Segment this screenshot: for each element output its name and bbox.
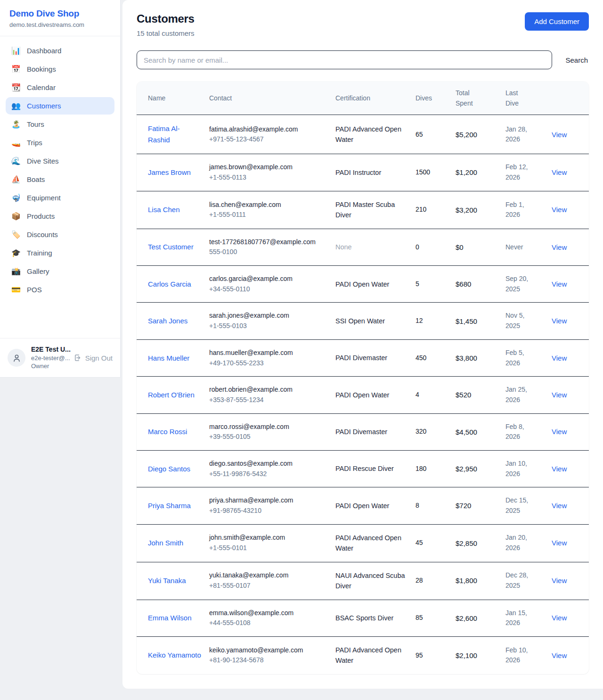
table-header: NameContactCertificationDivesTotal Spent… [137, 82, 589, 115]
view-customer-link[interactable]: View [552, 502, 567, 510]
sidebar-item-dashboard[interactable]: 📊 Dashboard [6, 42, 114, 59]
customer-email: sarah.jones@example.com [209, 311, 328, 321]
customer-email: keiko.yamamoto@example.com [209, 645, 328, 656]
dive-sites-icon: 🌊 [11, 157, 21, 165]
customer-last-dive: Never [505, 242, 523, 253]
table-row: Keiko Yamamoto keiko.yamamoto@example.co… [137, 636, 589, 674]
sidebar-item-label: Equipment [27, 194, 61, 202]
customer-dives: 95 [412, 636, 452, 674]
sidebar-item-calendar[interactable]: 📆 Calendar [6, 79, 114, 96]
sidebar-item-bookings[interactable]: 📅 Bookings [6, 60, 114, 78]
customer-certification: NAUI Advanced Scuba Diver [332, 562, 412, 600]
customer-last-dive: Sep 20, 2025 [505, 274, 538, 294]
view-customer-link[interactable]: View [552, 614, 567, 622]
customer-name-link[interactable]: Test Customer [148, 241, 194, 253]
sidebar-item-boats[interactable]: ⛵ Boats [6, 171, 114, 188]
view-customer-link[interactable]: View [552, 651, 567, 659]
table-row: Priya Sharma priya.sharma@example.com +9… [137, 487, 589, 524]
customer-dives: 1500 [412, 154, 452, 191]
customer-total-spent: $2,100 [452, 636, 502, 674]
view-customer-link[interactable]: View [552, 428, 567, 436]
customer-name-link[interactable]: Diego Santos [148, 463, 190, 475]
customer-dives: 85 [412, 600, 452, 636]
table-row: Hans Mueller hans.mueller@example.com +4… [137, 339, 589, 376]
sidebar-item-products[interactable]: 📦 Products [6, 207, 114, 225]
view-customer-link[interactable]: View [552, 354, 567, 362]
customer-last-dive: Feb 5, 2026 [505, 348, 538, 368]
search-button[interactable]: Search [564, 53, 589, 67]
view-customer-link[interactable]: View [552, 168, 567, 176]
sidebar-item-discounts[interactable]: 🏷️ Discounts [6, 226, 114, 243]
view-customer-link[interactable]: View [552, 539, 567, 547]
main-content: Customers 15 total customers Add Custome… [122, 0, 603, 689]
user-meta: E2E Test U... e2e-tester@... Owner [31, 345, 68, 371]
sidebar-item-label: Dashboard [27, 47, 61, 55]
table-row: Yuki Tanaka yuki.tanaka@example.com +81-… [137, 562, 589, 600]
customer-certification: PADI Advanced Open Water [332, 524, 412, 562]
user-icon [12, 354, 21, 362]
customer-name-link[interactable]: Keiko Yamamoto [148, 650, 201, 661]
calendar-icon: 📆 [11, 84, 21, 91]
customer-phone: +81-555-0107 [209, 581, 328, 591]
customer-phone: +81-90-1234-5678 [209, 655, 328, 666]
customer-name-link[interactable]: Marco Rossi [148, 426, 187, 437]
customer-name-link[interactable]: Robert O'Brien [148, 389, 195, 401]
sidebar-item-label: Tours [27, 120, 44, 128]
view-customer-link[interactable]: View [552, 465, 567, 473]
view-customer-link[interactable]: View [552, 391, 567, 399]
customer-last-dive: Jan 28, 2026 [505, 124, 538, 145]
table-row: Carlos Garcia carlos.garcia@example.com … [137, 266, 589, 303]
customer-phone: +1-555-0113 [209, 173, 328, 183]
customer-total-spent: $0 [452, 229, 502, 265]
sidebar-item-customers[interactable]: 👥 Customers [6, 97, 114, 115]
page-header: Customers 15 total customers Add Custome… [137, 12, 589, 37]
customer-name-link[interactable]: Lisa Chen [148, 204, 180, 215]
customer-dives: 0 [412, 229, 452, 265]
customer-phone: +1-555-0101 [209, 543, 328, 553]
customer-email: carlos.garcia@example.com [209, 274, 328, 284]
customer-name-link[interactable]: James Brown [148, 167, 191, 178]
view-customer-link[interactable]: View [552, 206, 567, 214]
sidebar-item-trips[interactable]: 🚤 Trips [6, 134, 114, 151]
table-row: Test Customer test-1772681807767@example… [137, 229, 589, 265]
sidebar-item-label: Training [27, 249, 52, 257]
customer-name-link[interactable]: Emma Wilson [148, 612, 192, 624]
sidebar-item-tours[interactable]: 🏝️ Tours [6, 115, 114, 133]
customer-total-spent: $680 [452, 266, 502, 303]
bookings-icon: 📅 [11, 66, 21, 73]
view-customer-link[interactable]: View [552, 243, 567, 251]
sidebar-item-dive-sites[interactable]: 🌊 Dive Sites [6, 152, 114, 170]
customer-email: yuki.tanaka@example.com [209, 570, 328, 581]
add-customer-button[interactable]: Add Customer [525, 12, 589, 31]
customer-name-link[interactable]: John Smith [148, 537, 183, 549]
customer-name-link[interactable]: Yuki Tanaka [148, 575, 186, 586]
table-row: Lisa Chen lisa.chen@example.com +1-555-0… [137, 191, 589, 229]
customer-certification: BSAC Sports Diver [332, 600, 412, 636]
customer-total-spent: $720 [452, 487, 502, 524]
customer-dives: 28 [412, 562, 452, 600]
customer-certification: PADI Rescue Diver [332, 450, 412, 487]
column-header-actions [548, 82, 589, 115]
view-customer-link[interactable]: View [552, 280, 567, 288]
customer-name-link[interactable]: Priya Sharma [148, 500, 191, 511]
products-icon: 📦 [11, 213, 21, 220]
customer-last-dive: Feb 1, 2026 [505, 200, 538, 220]
sidebar-item-pos[interactable]: 💳 POS [6, 281, 114, 298]
customer-name-link[interactable]: Sarah Jones [148, 315, 187, 327]
customer-last-dive: Jan 20, 2026 [505, 533, 538, 553]
sidebar-item-equipment[interactable]: 🤿 Equipment [6, 189, 114, 206]
sign-out-button[interactable]: Sign Out [73, 354, 113, 362]
customer-name-link[interactable]: Fatima Al-Rashid [148, 123, 202, 146]
search-input[interactable] [137, 50, 552, 69]
sidebar-item-label: Boats [27, 175, 45, 183]
sign-out-icon [73, 354, 82, 362]
pos-icon: 💳 [11, 286, 21, 294]
customer-name-link[interactable]: Hans Mueller [148, 353, 189, 364]
customer-name-link[interactable]: Carlos Garcia [148, 279, 191, 290]
view-customer-link[interactable]: View [552, 576, 567, 585]
view-customer-link[interactable]: View [552, 317, 567, 325]
sidebar-item-gallery[interactable]: 📸 Gallery [6, 263, 114, 280]
view-customer-link[interactable]: View [552, 131, 567, 139]
sidebar-item-training[interactable]: 🎓 Training [6, 244, 114, 262]
sidebar: Demo Dive Shop demo.test.divestreams.com… [0, 0, 121, 378]
